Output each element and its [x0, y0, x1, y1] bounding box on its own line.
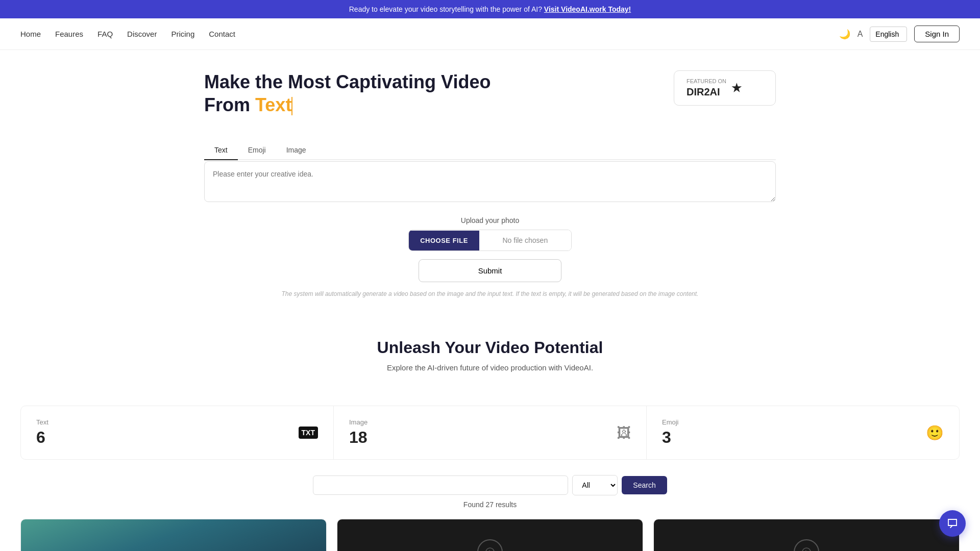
badge-featured-on: FEATURED ON: [687, 78, 726, 84]
tab-image[interactable]: Image: [276, 141, 316, 160]
nav-home[interactable]: Home: [20, 30, 41, 38]
nav-pricing[interactable]: Pricing: [171, 30, 194, 38]
dir2ai-badge: FEATURED ON DIR2AI ★: [674, 70, 776, 106]
search-button[interactable]: Search: [622, 476, 667, 494]
tab-emoji[interactable]: Emoji: [238, 141, 276, 160]
hero-section: Make the Most Captivating Video From Tex…: [184, 50, 796, 131]
thumbnail-ocean[interactable]: [20, 519, 327, 551]
banner-link[interactable]: Visit VideoAI.work Today!: [544, 5, 631, 13]
tab-text[interactable]: Text: [204, 141, 238, 160]
search-filter-select[interactable]: All Text Image Emoji: [572, 475, 618, 495]
badge-star: ★: [731, 82, 742, 95]
creative-idea-input[interactable]: [204, 161, 776, 202]
unleash-title: Unleash Your Video Potential: [204, 338, 776, 357]
nav-features[interactable]: Feaures: [55, 30, 83, 38]
language-select[interactable]: English Spanish French: [870, 27, 907, 42]
stat-image-label: Image: [349, 418, 368, 426]
stat-emoji-number: 3: [662, 428, 679, 447]
play-icon-1: [477, 539, 503, 551]
thumbnail-dark-2[interactable]: [653, 519, 960, 551]
translate-icon[interactable]: A: [857, 30, 863, 39]
thumbnail-dark-1[interactable]: [337, 519, 643, 551]
upload-label: Upload your photo: [204, 216, 776, 224]
top-banner: Ready to elevate your video storytelling…: [0, 0, 980, 18]
thumbnails-row: [20, 519, 960, 551]
navbar: Home Feaures FAQ Discover Pricing Contac…: [0, 18, 980, 50]
hero-left: Make the Most Captivating Video From Tex…: [204, 70, 653, 131]
unleash-subtitle: Explore the AI-driven future of video pr…: [204, 363, 776, 372]
stats-row: Text 6 TXT Image 18 🖼 Emoji 3 🙂: [20, 406, 960, 460]
hero-title-highlight: Text: [255, 94, 291, 115]
hero-title: Make the Most Captivating Video From Tex…: [204, 70, 653, 116]
play-icon-2: [794, 539, 819, 551]
submit-button[interactable]: Submit: [419, 259, 561, 282]
file-name-display: No file chosen: [479, 230, 571, 251]
banner-text: Ready to elevate your video storytelling…: [349, 5, 542, 13]
sign-in-button[interactable]: Sign In: [914, 26, 960, 42]
tabs-wrapper: Text Emoji Image: [204, 141, 776, 160]
nav-faq[interactable]: FAQ: [97, 30, 113, 38]
nav-right: 🌙 A English Spanish French Sign In: [839, 26, 960, 42]
nav-links: Home Feaures FAQ Discover Pricing Contac…: [20, 30, 823, 38]
dark-mode-icon[interactable]: 🌙: [839, 29, 850, 40]
auto-generate-note: The system will automatically generate a…: [204, 290, 776, 297]
chat-bubble[interactable]: [939, 510, 966, 537]
stat-text: Text 6 TXT: [21, 406, 334, 459]
stat-text-number: 6: [36, 428, 48, 447]
svg-point-0: [486, 548, 494, 551]
stat-text-label: Text: [36, 418, 48, 426]
search-row: All Text Image Emoji Search: [20, 475, 960, 495]
file-input-wrapper: CHOOSE FILE No file chosen: [408, 230, 572, 251]
hero-title-line1: Make the Most Captivating Video: [204, 71, 491, 92]
unleash-section: Unleash Your Video Potential Explore the…: [184, 318, 796, 406]
stat-image-icon: 🖼: [617, 424, 631, 441]
chat-icon: [946, 517, 959, 530]
nav-contact[interactable]: Contact: [209, 30, 235, 38]
stat-emoji: Emoji 3 🙂: [647, 406, 959, 459]
found-results: Found 27 results: [0, 500, 980, 509]
stat-image: Image 18 🖼: [334, 406, 647, 459]
text-cursor: [291, 97, 292, 115]
svg-point-2: [802, 548, 811, 551]
stat-image-number: 18: [349, 428, 368, 447]
stat-emoji-icon: 🙂: [926, 424, 944, 441]
upload-section: Upload your photo CHOOSE FILE No file ch…: [204, 216, 776, 251]
nav-discover[interactable]: Discover: [127, 30, 157, 38]
choose-file-button[interactable]: CHOOSE FILE: [409, 231, 479, 251]
search-input[interactable]: [313, 475, 568, 495]
input-tabs: Text Emoji Image: [204, 141, 776, 160]
badge-name: DIR2AI: [687, 86, 720, 97]
hero-title-line2-prefix: From: [204, 94, 255, 115]
stat-text-icon: TXT: [299, 427, 318, 439]
stat-emoji-label: Emoji: [662, 418, 679, 426]
main-content: Text Emoji Image Upload your photo CHOOS…: [184, 141, 796, 297]
